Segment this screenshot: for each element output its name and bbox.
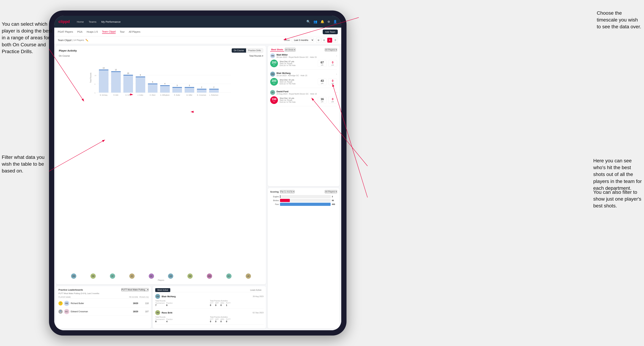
best-shots-tab[interactable]: Best Shots <box>270 48 284 51</box>
player2-pb-score: 18/20 <box>128 310 138 313</box>
avatar-rbutler[interactable]: RB <box>188 274 193 279</box>
shot-info-3: Shot Dist: 16 yds Start Lie: Rough End L… <box>280 97 316 103</box>
all-shots-filter[interactable]: All Shots ▾ <box>285 48 296 51</box>
practice-activities-label: Total Practice Activities <box>210 300 264 302</box>
shot-entry-1: MM Matt Miller 09 Jun 2023 · Royal North… <box>270 53 337 70</box>
nav-home[interactable]: Home <box>77 20 84 23</box>
shot-player-details-1: Matt Miller 09 Jun 2023 · Royal North De… <box>276 53 316 58</box>
active-player2-name: Rees Britt <box>162 311 172 314</box>
player1-pb-score: 19/20 <box>128 302 138 305</box>
arg-stat: ARG 0 <box>220 302 224 307</box>
active-player2-info: RB Rees Britt <box>155 310 172 315</box>
total-rounds-filter[interactable]: Total Rounds ▾ <box>249 55 263 57</box>
bar-chart-area: Total Rounds 0 5 10 <box>59 58 263 272</box>
practice-stat: Practice 6 <box>166 302 172 307</box>
nav-my-performance[interactable]: My Performance <box>101 20 120 23</box>
active-player-2: RB Rees Britt 02 Sep 2023 Total Rounds <box>155 310 264 325</box>
edit-team-icon[interactable]: ✏️ <box>86 39 88 42</box>
avatar-bmcharg[interactable]: BM <box>71 274 76 279</box>
svg-text:B. McHarg: B. McHarg <box>100 94 108 96</box>
chevron-down-icon: ▾ <box>293 190 294 193</box>
practice-activities-group: Total Practice Activities GTT 0 APP <box>210 300 264 307</box>
shot-entry-3: DF David Ford 24 Aug 2023 · Royal North … <box>270 90 337 106</box>
bar-bmcharg <box>99 70 108 93</box>
avatar-jcoles[interactable]: JC <box>129 274 134 279</box>
svg-rect-14 <box>148 84 158 84</box>
col-pb-score: PB SCORE <box>128 296 138 298</box>
practice-drills-toggle[interactable]: Practice Drills <box>246 48 263 53</box>
shot-chevron-3[interactable]: › <box>336 91 337 94</box>
users-icon[interactable]: 👥 <box>314 20 317 23</box>
rounds-stat-row-2: Tournament 8 Practice 4 <box>155 318 209 323</box>
shot-player-row-2: BM Blair McHarg 23 Jul 2023 · Ashridge G… <box>270 72 337 77</box>
leaderboard-row-1[interactable]: 🥇 RB Richard Butler 19/20 110 <box>58 299 148 308</box>
avatar-rbritt[interactable]: RB <box>90 274 96 279</box>
leaderboard-row-2[interactable]: 🥈 EC Edward Crossman 18/20 107 <box>58 308 148 316</box>
svg-rect-8 <box>111 71 121 72</box>
subnav-team-clippd[interactable]: Team Clippd <box>102 30 116 34</box>
bar-rbritt <box>111 72 121 93</box>
app-stat: APP 0 <box>215 302 219 307</box>
svg-text:2: 2 <box>213 86 214 88</box>
subnav-tour[interactable]: Tour <box>120 30 124 33</box>
most-active-tab[interactable]: Most Active <box>155 288 170 292</box>
all-players-filter[interactable]: All Players ▾ <box>325 48 337 51</box>
putt-stat: PUTT 1 <box>226 302 230 307</box>
pars-bar-wrap <box>280 203 331 206</box>
best-shots-header: Best Shots All Shots ▾ All Players ▾ <box>270 48 337 51</box>
svg-text:E. Ebert: E. Ebert <box>150 94 156 96</box>
activity-card-header: Player Activity On Course Practice Drill… <box>59 48 263 53</box>
best-shots-tabs: Best Shots All Shots ▾ <box>270 48 296 51</box>
avatar-gbillingham[interactable]: GB <box>168 274 173 279</box>
search-icon[interactable]: 🔍 <box>306 20 310 23</box>
on-course-toggle[interactable]: On Course <box>232 48 246 53</box>
chevron-down-icon: ▾ <box>294 49 295 51</box>
bar-jcoles <box>136 77 145 93</box>
putt-stat-2: PUTT 0 <box>226 318 230 323</box>
view-list-button[interactable]: ☰ <box>333 38 338 43</box>
shot-chevron-1[interactable]: › <box>336 54 337 57</box>
add-team-button[interactable]: Add Team <box>323 29 338 34</box>
avatar-dford[interactable]: DF <box>110 274 115 279</box>
svg-text:J. Coles: J. Coles <box>138 94 143 96</box>
avatar-mmiller[interactable]: MM <box>207 274 212 279</box>
leaderboard-filter[interactable]: PUTT Must Make Putting... ▾ <box>121 288 149 291</box>
view-grid6-button[interactable]: ⊟ <box>322 38 326 43</box>
player2-pb-avg: 107 <box>138 310 148 313</box>
app-logo: clippd <box>58 19 70 24</box>
avatar-lrobertson[interactable]: LR <box>246 274 251 279</box>
annotation-2: Choose the timescale you wish to see the… <box>597 9 642 30</box>
subnav-pga[interactable]: PGA <box>77 30 82 33</box>
svg-text:10: 10 <box>94 75 96 76</box>
eagles-value: 3 <box>332 195 337 198</box>
avatar-icon[interactable]: 👤 <box>333 20 337 23</box>
view-heart-button[interactable]: ♥ <box>327 38 332 43</box>
active-tabs: Most Active Least Active <box>155 288 264 292</box>
shot-chevron-2[interactable]: › <box>336 72 337 76</box>
scoring-players-filter[interactable]: All Players ▾ <box>325 190 337 193</box>
show-period-select[interactable]: Last 3 months Last 6 months Last 12 mont… <box>292 38 314 42</box>
bar-rbutler <box>172 87 182 93</box>
svg-text:13: 13 <box>102 67 105 69</box>
rank-1-badge: 🥇 <box>58 301 63 306</box>
scoring-par-filter[interactable]: Par 3, 4 & 5s ▾ <box>280 190 294 193</box>
bar-ecrossman <box>197 89 206 93</box>
annotation-1: You can select which player is doing the… <box>2 21 54 55</box>
avatar-eebert[interactable]: EE <box>149 274 154 279</box>
total-rounds-group-label: Total Rounds <box>155 300 209 302</box>
annotation-4: Here you can see who's hit the best shot… <box>593 157 642 191</box>
arg-stat-2: ARG 0 <box>220 318 224 323</box>
bar-eebert <box>148 84 158 93</box>
col-player-name: PLAYER NAME <box>58 296 128 298</box>
nav-teams[interactable]: Teams <box>89 20 96 23</box>
shot-stat-box-1a: 67 yds <box>318 60 326 67</box>
subnav-hcaps[interactable]: Hcaps 1-5 <box>86 30 98 33</box>
add-circle-icon[interactable]: ⊕ <box>328 20 330 23</box>
avatar-ecrossman[interactable]: EC <box>226 274 232 279</box>
rounds-stat-row: Tournament 7 Practice 6 <box>155 302 209 307</box>
subnav-pgat[interactable]: PGAT Players <box>58 30 73 33</box>
least-active-tab[interactable]: Least Active <box>248 288 264 292</box>
bell-icon[interactable]: 🔔 <box>320 20 324 23</box>
subnav-all-players[interactable]: All Players <box>129 30 140 33</box>
view-grid4-button[interactable]: ⊞ <box>316 38 321 43</box>
